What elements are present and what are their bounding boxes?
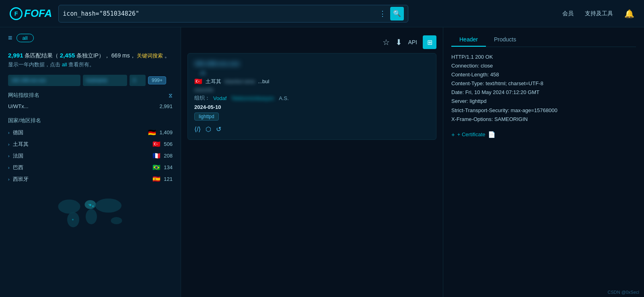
country-item-brazil[interactable]: › 巴西 🇧🇷 134 (8, 162, 173, 173)
result-city-suffix: ...bul (258, 78, 269, 84)
org-name-blurred: Telekomünikasyon (230, 95, 276, 101)
right-panel: Header Products HTTP/1.1 200 OKConnectio… (443, 27, 644, 297)
fingerprint-section-header: 网站指纹排名 ⧖ (8, 92, 173, 99)
result-misc-row: miscinfo (194, 87, 430, 93)
tag-blurred-2: hostname (83, 75, 127, 86)
search-bar: icon_hash="851034826" ⋮ 🔍 (58, 5, 408, 23)
member-link[interactable]: 会员 (562, 10, 574, 17)
results-text-2: 条独立IP）， (76, 52, 110, 59)
country-item-france[interactable]: › 法国 🇫🇷 208 (8, 150, 173, 162)
country-item-spain[interactable]: › 西班牙 🇪🇸 121 (8, 173, 173, 185)
org-label: 组织： (194, 94, 210, 102)
results-subtext: 显示一年内数据，点击 all 查看所有。 (8, 61, 173, 68)
main-layout: ≡ all 2,991 条匹配结果（ 2,455 条独立IP）， 669 ms，… (0, 27, 644, 297)
download-icon[interactable]: ⬇ (395, 37, 402, 47)
sidebar-top: ≡ all (8, 34, 173, 42)
certificate-label: + Certificate (457, 131, 486, 137)
country-name-spain: 西班牙 (13, 176, 150, 183)
filter-icon[interactable]: ≡ (8, 34, 12, 42)
notification-icon[interactable]: 🔔 (624, 9, 634, 18)
api-label[interactable]: API (408, 39, 417, 45)
svg-point-7 (89, 204, 91, 206)
grid-view-button[interactable]: ⊞ (423, 35, 436, 49)
world-map (8, 190, 173, 231)
all-badge[interactable]: all (16, 34, 34, 42)
results-count: 2,991 (8, 52, 23, 59)
results-text-1: 条匹配结果（ (25, 52, 58, 59)
refresh-icon[interactable]: ↺ (216, 125, 221, 133)
watermark: CSDN @0xSecl (608, 290, 639, 295)
country-name-brazil: 巴西 (13, 164, 150, 171)
certificate-button[interactable]: + + Certificate 📄 (451, 131, 636, 138)
fingerprint-label: 网站指纹排名 (8, 92, 39, 99)
country-name-turkey: 土耳其 (13, 141, 150, 148)
svg-point-9 (88, 204, 90, 205)
region-label: 国家/地区排名 (8, 117, 41, 124)
result-action-icons: ⟨/⟩ ⬡ ↺ (194, 125, 430, 133)
chevron-icon-spain: › (8, 177, 10, 182)
result-server-tag[interactable]: lighttpd (194, 113, 219, 121)
tag-999-badge: 999+ (148, 76, 166, 84)
tools-link[interactable]: 支持及工具 (585, 10, 613, 17)
star-icon[interactable]: ☆ (383, 37, 390, 47)
fingerprint-filter-icon[interactable]: ⧖ (169, 92, 173, 99)
tab-header[interactable]: Header (451, 33, 486, 47)
org-link[interactable]: Vodaf (213, 95, 226, 101)
chevron-icon-france: › (8, 154, 10, 158)
result-date: 2024-05-10 (194, 104, 430, 110)
tab-products[interactable]: Products (486, 33, 524, 47)
results-top-bar: ☆ ⬇ API ⊞ (181, 31, 443, 49)
all-link[interactable]: all (62, 61, 67, 68)
topnav: F FOFA icon_hash="851034826" ⋮ 🔍 会员 支持及工… (0, 0, 644, 27)
logo-text: FOFA (24, 7, 52, 20)
chevron-icon-turkey: › (8, 142, 10, 147)
header-content: HTTP/1.1 200 OKConnection: closeContent-… (451, 53, 636, 124)
blurred-text-3: X (130, 78, 139, 83)
result-city-blurred: Istanbul area (224, 78, 255, 84)
result-header: 192.168.xxx.xxx (194, 60, 430, 67)
header-line: Content-Length: 458 (451, 70, 636, 79)
header-line: Strict-Transport-Security: max-age=15768… (451, 106, 636, 115)
svg-point-6 (111, 217, 122, 224)
country-item-turkey[interactable]: › 土耳其 🇹🇷 506 (8, 138, 173, 150)
blurred-text-1: 192.168.xxx.xxx (8, 78, 49, 83)
search-submit-button[interactable]: 🔍 (390, 7, 404, 20)
search-input[interactable]: icon_hash="851034826" (63, 10, 379, 17)
more-options-icon[interactable]: ⋮ (379, 9, 386, 18)
result-ip-blurred: 192.168.xxx.xxx (194, 60, 240, 67)
code-icon[interactable]: ⟨/⟩ (194, 125, 201, 133)
result-ip-row: .21 (194, 70, 430, 76)
count-brazil: 134 (164, 164, 173, 170)
svg-point-4 (86, 209, 97, 224)
count-turkey: 506 (164, 141, 173, 147)
header-line: Content-Type: text/html; charset=UTF-8 (451, 79, 636, 88)
result-country-row: 🇹🇷 土耳其 Istanbul area ...bul (194, 78, 430, 85)
count-france: 208 (164, 153, 173, 159)
flag-germany: 🇩🇪 (148, 129, 156, 136)
content-area: ☆ ⬇ API ⊞ 192.168.xxx.xxx .21 🇹🇷 土耳其 Ist… (181, 27, 443, 297)
result-country-name: 土耳其 (206, 78, 221, 85)
chevron-icon-brazil: › (8, 165, 10, 170)
logo: F FOFA (10, 7, 52, 20)
results-line1: 2,991 条匹配结果（ 2,455 条独立IP）， 669 ms， 关键词搜索… (8, 52, 173, 59)
logo-circle: F (10, 7, 23, 20)
fingerprint-item[interactable]: U/WTx... 2,991 (8, 101, 173, 111)
org-suffix: A.S. (279, 95, 289, 101)
tag-blurred-3: X (130, 75, 146, 86)
header-line: Date: Fri, 10 May 2024 07:12:20 GMT (451, 88, 636, 97)
count-germany: 1,409 (159, 129, 173, 135)
flag-france: 🇫🇷 (152, 152, 160, 160)
results-time: 669 ms， (111, 52, 136, 59)
sidebar: ≡ all 2,991 条匹配结果（ 2,455 条独立IP）， 669 ms，… (0, 27, 181, 297)
header-line: HTTP/1.1 200 OK (451, 53, 636, 61)
country-item-germany[interactable]: › 德国 🇩🇪 1,409 (8, 127, 173, 138)
header-line: Connection: close (451, 61, 636, 70)
header-line: Server: lighttpd (451, 97, 636, 106)
tag-blurred-1: 192.168.xxx.xxx (8, 75, 80, 86)
fingerprint-item-name: U/WTx... (8, 103, 156, 109)
keyword-search-link[interactable]: 关键词搜索 (137, 53, 163, 59)
flag-turkey: 🇹🇷 (152, 140, 160, 148)
count-spain: 121 (164, 176, 173, 182)
region-section-header: 国家/地区排名 (8, 117, 173, 124)
cube-icon[interactable]: ⬡ (206, 125, 211, 133)
